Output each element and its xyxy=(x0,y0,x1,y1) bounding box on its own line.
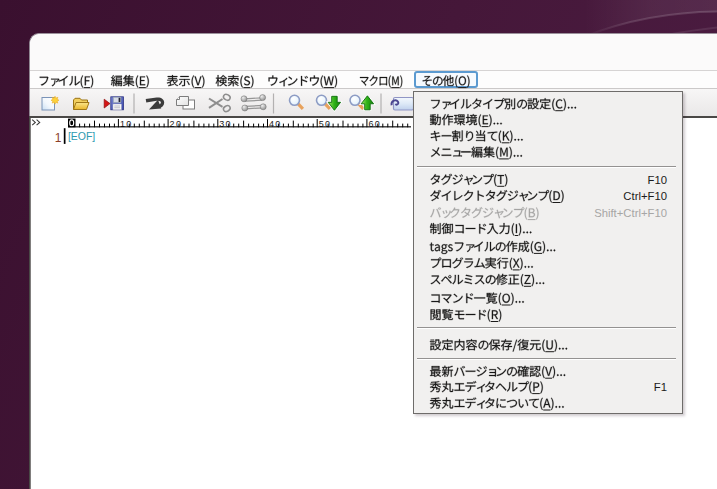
svg-text:F10: F10 xyxy=(648,174,667,186)
svg-text:F1: F1 xyxy=(654,381,667,393)
svg-text:Ctrl+F10: Ctrl+F10 xyxy=(623,190,667,202)
svg-text:Shift+Ctrl+F10: Shift+Ctrl+F10 xyxy=(594,207,667,219)
